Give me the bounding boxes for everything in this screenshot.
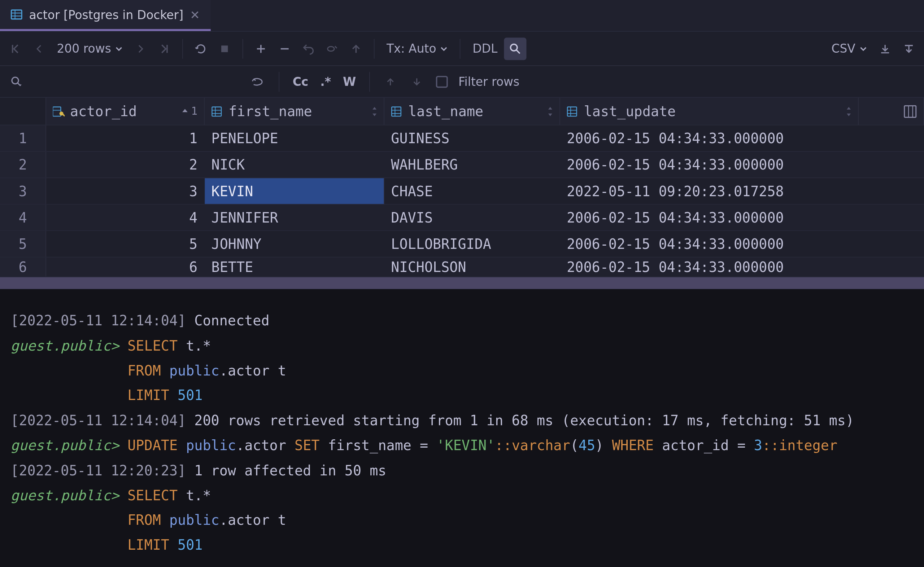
cell-actor-id[interactable]: 3 [46,178,205,204]
cell-first-name[interactable]: JOHNNY [205,231,385,257]
sql-console[interactable]: [2022-05-11 12:14:04] Connected guest.pu… [0,302,924,567]
tx-mode-dropdown[interactable]: Tx: Auto [381,42,453,55]
column-header-last-name[interactable]: last_name [385,98,560,125]
svg-rect-23 [904,105,916,117]
sql-text: .actor t [219,513,286,528]
log-message: 200 rows retrieved starting from 1 in 68… [194,412,854,429]
sql-number: 3 [754,438,762,453]
sql-keyword: UPDATE [128,438,177,453]
sql-keyword: FROM [128,363,161,379]
cell-first-name[interactable]: PENELOPE [205,126,385,151]
first-page-button[interactable] [4,37,26,60]
svg-rect-8 [53,107,61,116]
sql-text: t.* [177,488,211,504]
row-gutter[interactable]: 2 [0,152,46,177]
pane-divider[interactable] [0,278,924,289]
cell-last-update[interactable]: 2022-05-11 09:20:23.017258 [560,178,859,204]
log-message: 1 row affected in 50 ms [194,462,386,478]
reload-button[interactable] [190,37,212,60]
export-options-button[interactable] [898,37,920,60]
gutter-header[interactable] [0,98,46,125]
tx-mode-label: Tx: Auto [386,42,436,55]
cell-end [859,178,924,204]
table-row[interactable]: 44JENNIFERDAVIS2006-02-15 04:34:33.00000… [0,204,924,231]
table-row[interactable]: 22NICKWAHLBERG2006-02-15 04:34:33.000000 [0,152,924,178]
column-header-last-update[interactable]: last_update [560,98,859,125]
cell-actor-id[interactable]: 2 [46,152,205,177]
regex-toggle[interactable]: .* [316,70,335,93]
cell-actor-id[interactable]: 6 [46,258,205,277]
cell-last-name[interactable]: GUINESS [385,126,560,151]
sql-keyword: LIMIT [128,388,169,404]
cell-actor-id[interactable]: 1 [46,126,205,151]
sql-type: varchar [512,438,570,453]
cell-first-name[interactable]: JENNIFER [205,204,385,230]
cell-last-name[interactable]: NICHOLSON [385,258,560,277]
tab-actor[interactable]: actor [Postgres in Docker] ✕ [0,0,210,31]
submit-button[interactable] [345,37,367,60]
cell-first-name[interactable]: NICK [205,152,385,177]
columns-settings-icon[interactable] [903,105,917,118]
cell-first-name[interactable]: KEVIN [205,178,385,204]
cell-last-update[interactable]: 2006-02-15 04:34:33.000000 [560,152,859,177]
pk-column-icon [53,106,65,117]
column-header-actor-id[interactable]: actor_id 1 [46,98,205,125]
close-icon[interactable]: ✕ [190,8,200,21]
sql-identifier: public [161,363,219,379]
row-gutter[interactable]: 1 [0,126,46,151]
prev-page-button[interactable] [28,37,50,60]
column-name: last_name [408,103,483,119]
cell-last-name[interactable]: CHASE [385,178,560,204]
log-timestamp: [2022-05-11 12:14:04] [11,412,194,429]
cell-actor-id[interactable]: 5 [46,231,205,257]
row-gutter[interactable]: 5 [0,231,46,257]
row-count-dropdown[interactable]: 200 rows [52,42,129,55]
ddl-button[interactable]: DDL [467,42,503,55]
cell-last-update[interactable]: 2006-02-15 04:34:33.000000 [560,126,859,151]
find-icon[interactable] [5,70,28,93]
sql-text: actor_id = [654,438,754,453]
filter-bar: Cc .* W Filter rows [0,66,924,98]
words-toggle[interactable]: W [339,70,360,93]
sql-string: 'KEVIN' [436,438,495,453]
cell-actor-id[interactable]: 4 [46,204,205,230]
column-header-first-name[interactable]: first_name [205,98,385,125]
revert-button[interactable] [297,37,320,60]
history-icon[interactable] [247,70,269,93]
next-page-button[interactable] [129,37,152,60]
table-row[interactable]: 11PENELOPEGUINESS2006-02-15 04:34:33.000… [0,126,924,152]
column-name: last_update [584,103,676,119]
add-row-button[interactable] [250,37,272,60]
row-gutter[interactable]: 6 [0,258,46,277]
cell-first-name[interactable]: BETTE [205,258,385,277]
table-row[interactable]: 33KEVINCHASE2022-05-11 09:20:23.017258 [0,178,924,204]
cell-last-name[interactable]: WAHLBERG [385,152,560,177]
last-page-button[interactable] [153,37,176,60]
column-name: actor_id [70,103,137,119]
sort-order: 1 [191,105,198,118]
match-case-toggle[interactable]: Cc [289,70,313,93]
prev-match-button[interactable] [379,70,401,93]
sql-keyword: SELECT [128,488,177,504]
stop-button[interactable] [213,37,236,60]
cell-last-update[interactable]: 2006-02-15 04:34:33.000000 [560,204,859,230]
filter-rows-checkbox[interactable] [436,76,448,88]
export-dropdown[interactable]: CSV [826,42,873,55]
table-row[interactable]: 66BETTENICHOLSON2006-02-15 04:34:33.0000… [0,258,924,278]
tab-bar: actor [Postgres in Docker] ✕ [0,0,924,32]
row-gutter[interactable]: 3 [0,178,46,204]
cell-last-update[interactable]: 2006-02-15 04:34:33.000000 [560,258,859,277]
log-message: Connected [194,313,269,328]
delete-row-button[interactable] [273,37,296,60]
download-button[interactable] [874,37,896,60]
cell-last-name[interactable]: DAVIS [385,204,560,230]
search-icon[interactable] [504,37,527,60]
row-gutter[interactable]: 4 [0,204,46,230]
table-row[interactable]: 55JOHNNYLOLLOBRIGIDA2006-02-15 04:34:33.… [0,231,924,258]
preview-changes-button[interactable] [321,37,344,60]
cell-last-name[interactable]: LOLLOBRIGIDA [385,231,560,257]
cell-end [859,258,924,277]
next-match-button[interactable] [406,70,428,93]
cell-last-update[interactable]: 2006-02-15 04:34:33.000000 [560,231,859,257]
column-header-end[interactable] [859,98,924,125]
